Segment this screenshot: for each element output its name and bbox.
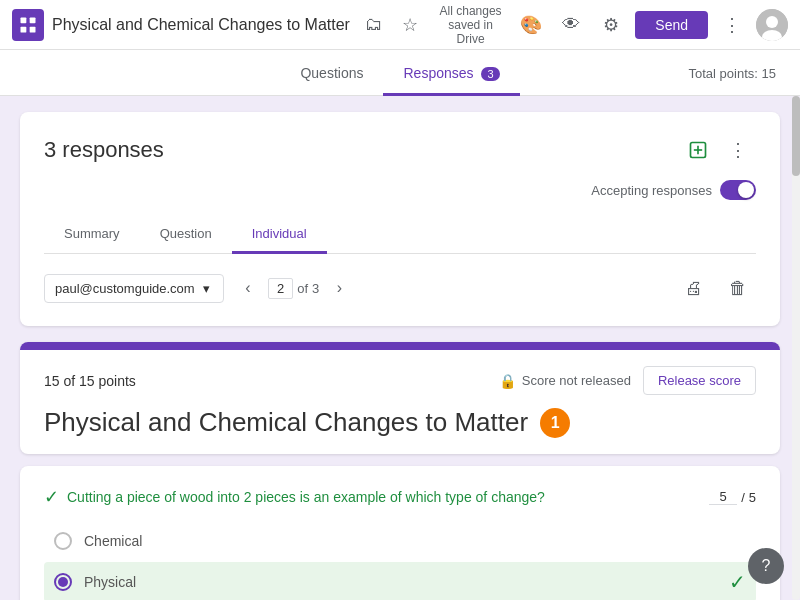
sub-tab-individual[interactable]: Individual — [232, 216, 327, 254]
accepting-label: Accepting responses — [591, 183, 712, 198]
responses-actions: ⋮ — [680, 132, 756, 168]
sub-tab-question[interactable]: Question — [140, 216, 232, 254]
header: Physical and Chemical Changes to Matter … — [0, 0, 800, 50]
tab-questions[interactable]: Questions — [280, 53, 383, 96]
more-options-icon[interactable]: ⋮ — [720, 132, 756, 168]
header-right: 🎨 👁 ⚙ Send ⋮ — [515, 9, 788, 41]
responses-header: 3 responses ⋮ — [44, 132, 756, 168]
quiz-title: Physical and Chemical Changes to Matter … — [44, 407, 756, 438]
save-status: All changes saved in Drive — [434, 4, 507, 46]
scrollbar-thumb[interactable] — [792, 96, 800, 176]
question-text: ✓ Cutting a piece of wood into 2 pieces … — [44, 486, 545, 508]
lock-icon: 🔒 — [499, 373, 516, 389]
email-select[interactable]: paul@customguide.com ▾ — [44, 274, 224, 303]
question-header: ✓ Cutting a piece of wood into 2 pieces … — [44, 486, 756, 508]
response-number-badge: 1 — [540, 408, 570, 438]
delete-icon[interactable]: 🗑 — [720, 270, 756, 306]
accepting-row: Accepting responses — [44, 180, 756, 200]
more-menu-icon[interactable]: ⋮ — [716, 9, 748, 41]
svg-rect-0 — [21, 17, 27, 23]
sub-tab-summary[interactable]: Summary — [44, 216, 140, 254]
nav-arrows: ‹ 2 of 3 › — [232, 272, 355, 304]
svg-rect-3 — [30, 26, 36, 32]
app-logo — [12, 9, 44, 41]
correct-check-icon: ✓ — [44, 486, 59, 508]
avatar[interactable] — [756, 9, 788, 41]
responses-count: 3 responses — [44, 137, 164, 163]
radio-chemical — [54, 532, 72, 550]
score-card: 15 of 15 points 🔒 Score not released Rel… — [20, 342, 780, 454]
option-physical: Physical ✓ — [44, 562, 756, 600]
scrollbar-track[interactable] — [792, 96, 800, 600]
next-response-button[interactable]: › — [323, 272, 355, 304]
release-score-button[interactable]: Release score — [643, 366, 756, 395]
header-file-icons: 🗂 ☆ — [358, 9, 426, 41]
option-chemical: Chemical — [44, 524, 756, 558]
question-score: 5 / 5 — [709, 489, 756, 505]
dropdown-icon: ▾ — [203, 281, 210, 296]
palette-icon[interactable]: 🎨 — [515, 9, 547, 41]
print-icon[interactable]: 🖨 — [676, 270, 712, 306]
svg-rect-2 — [21, 26, 27, 32]
nav-page: 2 of 3 — [268, 278, 319, 299]
settings-icon[interactable]: ⚙ — [595, 9, 627, 41]
svg-rect-1 — [30, 17, 36, 23]
preview-icon[interactable]: 👁 — [555, 9, 587, 41]
individual-row: paul@customguide.com ▾ ‹ 2 of 3 › 🖨 🗑 — [44, 270, 756, 306]
sub-tabs: Summary Question Individual — [44, 216, 756, 254]
score-card-top: 15 of 15 points 🔒 Score not released Rel… — [20, 342, 780, 454]
score-released: 🔒 Score not released — [499, 373, 631, 389]
prev-response-button[interactable]: ‹ — [232, 272, 264, 304]
responses-card: 3 responses ⋮ Accepting responses Summar… — [20, 112, 780, 326]
responses-badge: 3 — [481, 67, 499, 81]
tabs-bar: Questions Responses 3 Total points: 15 — [0, 50, 800, 96]
svg-point-5 — [766, 16, 778, 28]
score-given: 5 — [709, 489, 737, 505]
correct-answer-check-icon: ✓ — [729, 570, 746, 594]
help-button[interactable]: ? — [748, 548, 784, 584]
score-max: 5 — [749, 490, 756, 505]
total-points: Total points: 15 — [689, 65, 776, 80]
add-sheet-icon[interactable] — [680, 132, 716, 168]
score-row: 15 of 15 points 🔒 Score not released Rel… — [44, 366, 756, 395]
accepting-toggle[interactable] — [720, 180, 756, 200]
individual-right: 🖨 🗑 — [676, 270, 756, 306]
star-icon[interactable]: ☆ — [394, 9, 426, 41]
main-content: 3 responses ⋮ Accepting responses Summar… — [0, 96, 800, 600]
score-points: 15 of 15 points — [44, 373, 136, 389]
form-title: Physical and Chemical Changes to Matter — [52, 16, 350, 34]
question-card: ✓ Cutting a piece of wood into 2 pieces … — [20, 466, 780, 600]
tab-responses[interactable]: Responses 3 — [383, 53, 519, 96]
send-button[interactable]: Send — [635, 11, 708, 39]
radio-physical — [54, 573, 72, 591]
folder-icon[interactable]: 🗂 — [358, 9, 390, 41]
